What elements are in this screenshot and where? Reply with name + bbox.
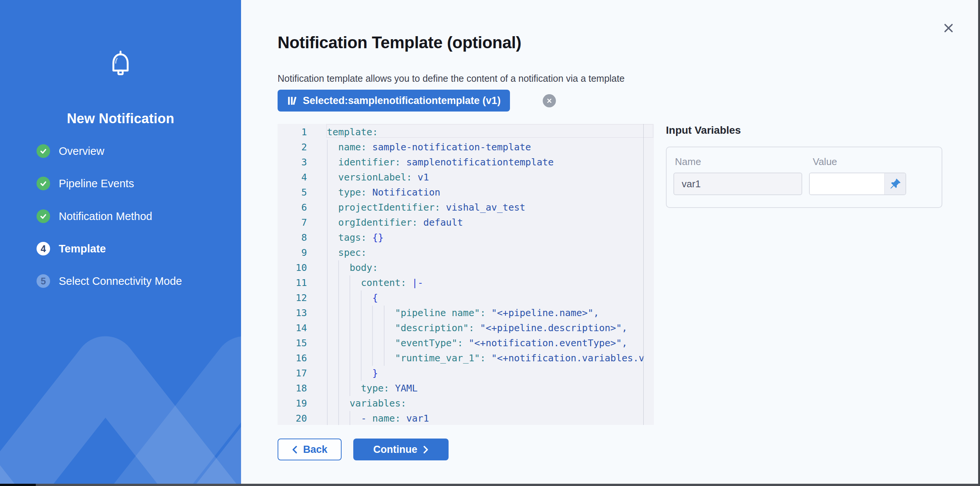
line-number: 10 [278,260,307,276]
editor-scrollbar[interactable] [643,124,644,425]
step-check-icon [37,177,50,190]
selected-template-chip[interactable]: Selected:samplenotificationtemplate (v1) [278,90,510,112]
new-notification-wizard: New Notification OverviewPipeline Events… [0,0,980,486]
code-line: { [327,290,378,306]
sidebar-step-select-connectivity-mode[interactable]: 5Select Connectivity Mode [37,274,182,288]
step-label: Notification Method [59,210,152,223]
page-title: Notification Template (optional) [278,33,521,52]
sidebar-step-notification-method[interactable]: Notification Method [37,209,152,223]
code-line: - name: var1 [327,411,429,425]
input-variables-card: Name Value [666,147,942,208]
code-line: template: [327,125,378,140]
name-column-header: Name [675,156,701,168]
close-icon[interactable] [941,20,956,35]
line-number: 9 [278,245,307,260]
code-line: body: [327,260,378,276]
line-number: 19 [278,396,307,411]
step-label: Pipeline Events [59,177,134,190]
pin-input-type-button[interactable] [885,173,905,194]
line-number: 2 [278,140,307,155]
code-line: type: YAML [327,381,418,396]
line-number: 18 [278,381,307,396]
code-line: "runtime_var_1": "<+notification.variabl… [327,351,644,366]
bell-icon [108,48,133,83]
line-number: 20 [278,411,307,425]
line-number: 14 [278,320,307,336]
line-number: 1 [278,125,307,140]
line-number: 11 [278,276,307,290]
yaml-editor[interactable]: 1template:2 name: sample-notification-te… [278,124,654,425]
code-line: "description": "<+pipeline.description>"… [327,320,627,336]
line-number: 16 [278,351,307,366]
code-line: variables: [327,396,406,411]
line-number: 17 [278,366,307,381]
line-number: 5 [278,185,307,200]
code-line: name: sample-notification-template [327,140,531,155]
back-button-label: Back [303,444,328,456]
line-number: 7 [278,215,307,230]
remove-template-icon[interactable] [543,94,556,107]
line-number: 13 [278,306,307,320]
step-label: Overview [59,145,104,158]
value-column-header: Value [813,156,837,168]
line-number: 12 [278,290,307,306]
pushpin-icon [889,178,901,190]
code-line: } [327,366,378,381]
code-line: content: |- [327,276,423,290]
code-line: identifier: samplenotificationtemplate [327,155,554,170]
sidebar-step-pipeline-events[interactable]: Pipeline Events [37,176,134,191]
window-bottom-edge [0,484,980,486]
code-line: tags: {} [327,230,384,245]
sidebar-step-template[interactable]: 4Template [37,242,106,256]
variable-value-group [809,172,906,195]
code-line: projectIdentifier: vishal_av_test [327,200,525,215]
code-line: "eventType": "<+notification.eventType>"… [327,336,627,351]
sidebar-step-overview[interactable]: Overview [37,144,104,158]
template-library-icon [287,96,297,106]
continue-button-label: Continue [373,444,417,456]
line-number: 6 [278,200,307,215]
back-button[interactable]: Back [278,438,342,461]
step-label: Template [59,243,106,255]
line-number: 8 [278,230,307,245]
page-description: Notification template allows you to defi… [278,73,624,84]
line-number: 15 [278,336,307,351]
variable-value-field[interactable] [810,173,885,194]
code-line: type: Notification [327,185,440,200]
code-line: "pipeline name": "<+pipeline.name>", [327,306,599,320]
step-label: Select Connectivity Mode [59,275,182,287]
line-number: 4 [278,170,307,185]
step-check-icon [37,144,50,158]
code-line: orgIdentifier: default [327,215,463,230]
input-variables-title: Input Variables [666,124,741,136]
step-number-badge: 5 [37,274,50,288]
chevron-right-icon [423,446,429,454]
line-number: 3 [278,155,307,170]
step-check-icon [37,209,50,223]
wizard-sidebar: New Notification OverviewPipeline Events… [0,0,241,484]
continue-button[interactable]: Continue [353,438,449,461]
step-number-badge: 4 [37,242,50,255]
code-line: spec: [327,245,366,260]
wizard-title: New Notification [0,111,241,127]
window-right-edge [978,0,980,486]
variable-name-field[interactable] [673,172,802,195]
chevron-left-icon [292,446,297,454]
selected-template-label: Selected:samplenotificationtemplate (v1) [303,95,501,107]
code-line: versionLabel: v1 [327,170,429,185]
